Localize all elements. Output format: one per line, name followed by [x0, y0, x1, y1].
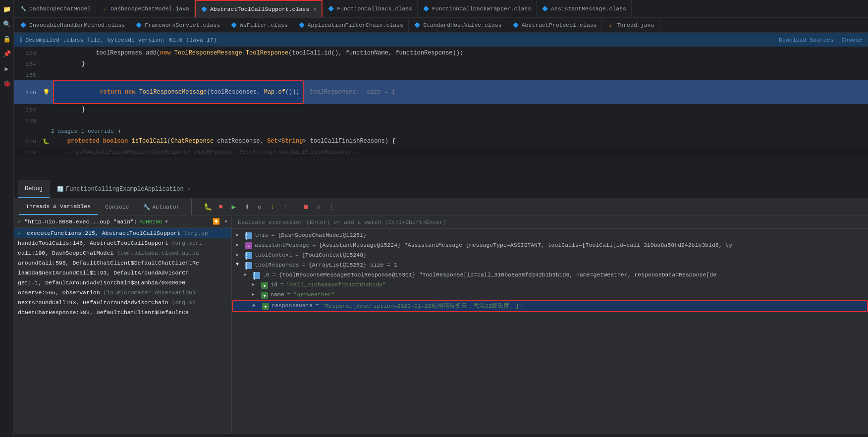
stack-list: ✓ executeFunctions:215, AbstractToolCall… [14, 228, 231, 434]
download-sources-link[interactable]: Download Sources [779, 37, 833, 43]
var-icon-tool-responses: { } [245, 262, 253, 270]
expand-assistant-message[interactable]: ▶ [236, 242, 243, 248]
toolbar-stop-btn[interactable]: ■ [216, 202, 226, 213]
code-line-160: 160 ...isToolCallFinishReason(ChatRespon… [14, 147, 868, 158]
tab-dashscope-java[interactable]: ☕ DashScopeChatModel.java [96, 0, 195, 17]
var-icon-tool-context: { } [245, 252, 253, 260]
var-item-response-data[interactable]: ▶ ◆ responseData = "Response[description… [232, 300, 868, 312]
tab-bar-row1: 🔧 DashScopeChatModel ☕ DashScopeChatMode… [14, 0, 868, 18]
sidebar-run-icon[interactable]: ▶ [1, 63, 12, 74]
info-right: Download Sources Choose [779, 37, 862, 43]
thread-status: RUNNING [139, 219, 162, 225]
sidebar-structure-icon[interactable]: 🔍 [1, 19, 12, 30]
tab-abstract-tool-class[interactable]: 🔷 AbstractToolCallSupport.class ✕ [195, 0, 323, 17]
tab-icon-inv: 🔷 [20, 22, 27, 29]
tab-thread[interactable]: ☕ Thread.java [602, 18, 659, 32]
toolbar-pause-btn[interactable]: ⏸ [241, 202, 252, 213]
debug-tab-close[interactable]: ✕ [188, 186, 191, 192]
var-item-tool-responses[interactable]: ▼ { } toolResponses = {ArrayList@15252} … [232, 261, 868, 271]
usages-arrow: ⬇ [118, 128, 121, 135]
toolbar-play-btn[interactable]: ▶ [228, 202, 239, 213]
thread-name: "http-nio-8080-exec...oup "main": [24, 218, 137, 225]
var-icon-id: ◆ [261, 281, 269, 289]
var-item-name[interactable]: ▶ ◆ name = "getWeather" [232, 290, 868, 300]
tab-function-callback-wrapper[interactable]: 🔷 FunctionCallbackWrapper.class [418, 0, 537, 17]
var-name-this: this [255, 232, 269, 238]
stack-item-6[interactable]: observe:565, Observation (io.micrometer.… [14, 288, 231, 298]
stack-item-0[interactable]: ✓ executeFunctions:215, AbstractToolCall… [14, 228, 231, 238]
line-num-158: 158 [14, 117, 41, 124]
tab-function-callback[interactable]: 🔷 FunctionCallback.class [323, 0, 418, 17]
code-editor: 153 toolResponses.add(new ToolResponseMe… [14, 47, 868, 180]
thread-selector[interactable]: "http-nio-8080-exec...oup "main": RUNNIN… [24, 218, 167, 225]
line-content-158 [51, 117, 868, 124]
var-item-tool-context[interactable]: ▶ { } toolContext = {ToolContext@15248} [232, 251, 868, 261]
expand-tool-responses[interactable]: ▼ [236, 262, 243, 267]
tab-close-button[interactable]: ✕ [314, 6, 317, 12]
var-item-id[interactable]: ▶ ◆ id = "call_310ba8a58fd242b1b3b1d6" [232, 280, 868, 290]
tab-assistant-message[interactable]: 🔷 AssistantMessage.class [537, 0, 632, 17]
variables-panel: Evaluate expression (Enter) or add a wat… [232, 216, 868, 434]
eval-bar[interactable]: Evaluate expression (Enter) or add a wat… [232, 216, 868, 229]
tab-icon-am: 🔷 [542, 5, 548, 12]
expand-0[interactable]: ▶ [244, 272, 251, 277]
line-num-156: 156 [14, 89, 41, 96]
toolbar-resume-btn[interactable]: ↻ [254, 202, 265, 213]
tab-abstractprotocol[interactable]: 🔷 AbstractProtocol.class [507, 18, 602, 32]
var-item-0[interactable]: ▶ { } .0 = {ToolResponseMessage$ToolResp… [232, 271, 868, 280]
sidebar-lock-icon[interactable]: 🔒 [1, 34, 12, 45]
choose-link[interactable]: Choose [842, 37, 862, 43]
debug-subtab-console[interactable]: Console [98, 199, 136, 215]
tab-dashscope-chat-model[interactable]: 🔧 DashScopeChatModel [15, 0, 96, 17]
stack-item-2[interactable]: call:190, DashScopeChatModel (com.alibab… [14, 248, 231, 258]
debug-tab-debug[interactable]: Debug [18, 180, 50, 198]
debug-subtab-actuator[interactable]: 🔧 Actuator [136, 199, 187, 215]
toolbar-more-btn[interactable]: ⋮ [326, 202, 337, 213]
code-line-156: 156 💡 return new ToolResponseMessage(too… [14, 80, 868, 104]
sidebar-bookmark-icon[interactable]: 📌 [1, 49, 12, 59]
expand-name[interactable]: ▶ [252, 291, 259, 297]
sidebar-debug-icon[interactable]: 🐞 [1, 78, 12, 89]
expand-id[interactable]: ▶ [252, 281, 259, 287]
expand-this[interactable]: ▶ [236, 232, 243, 238]
toolbar-bug-btn[interactable]: 🐛 [203, 202, 214, 213]
var-icon-0: { } [253, 272, 261, 279]
stack-item-5[interactable]: get:-1, DefaultAroundAdvisorChain$$Lambd… [14, 278, 231, 288]
var-val-name: "getWeather" [294, 291, 864, 298]
line-content-160: ...isToolCallFinishReason(ChatResponse c… [51, 149, 868, 155]
tab-icon-fcw: 🔷 [423, 5, 430, 12]
stack-item-3[interactable]: aroundCall:598, DefaultChatClient$Defaul… [14, 258, 231, 268]
toolbar-step-into-btn[interactable]: ↑ [280, 202, 291, 213]
stack-item-1[interactable]: handleToolCalls:146, AbstractToolCallSup… [14, 238, 231, 248]
thread-check-icon: ✓ [18, 218, 21, 225]
usages-overrides: 1 override [81, 128, 114, 134]
var-val-tool-context: {ToolContext@15248} [302, 252, 864, 258]
expand-response-data[interactable]: ▶ [253, 302, 260, 308]
toolbar-step-over-btn[interactable]: ↓ [267, 202, 278, 213]
lightbulb-icon[interactable]: 💡 [43, 89, 50, 96]
tab-appfilter[interactable]: 🔷 ApplicationFilterChain.class [293, 18, 409, 32]
stack-item-4[interactable]: lambda$nextAroundCall$1:93, DefaultAroun… [14, 268, 231, 278]
tab-standardhost[interactable]: 🔷 StandardHostValve.class [409, 18, 507, 32]
tab-icon-sh: 🔷 [414, 22, 421, 29]
tab-wsfilter[interactable]: 🔷 WsFilter.class [225, 18, 293, 32]
var-icon-response-data: ◆ [262, 302, 270, 310]
sidebar-project-icon[interactable]: 📁 [1, 4, 12, 15]
left-sidebar: 📁 🔍 🔒 📌 ▶ 🐞 [0, 0, 14, 437]
tab-icon-dashscope: 🔧 [20, 5, 27, 12]
stack-item-8[interactable]: doGetChatResponse:389, DefaultChatClient… [14, 308, 231, 318]
line-num-154: 154 [14, 61, 41, 67]
filter-button[interactable]: 🔽 [213, 218, 220, 225]
var-item-this[interactable]: ▶ { } this = {DashScopeChatModel@12251} [232, 231, 868, 241]
stack-item-7[interactable]: nextAroundCall:93, DefaultAroundAdvisorC… [14, 298, 231, 308]
code-line-154: 154 } [14, 58, 868, 69]
var-item-assistant-message[interactable]: ▶ ≡ assistantMessage = {AssistantMessage… [232, 241, 868, 251]
debug-tab-function-calling[interactable]: 🔄 FunctionCallingExampleApplication ✕ [50, 180, 198, 198]
tab-framework[interactable]: 🔷 FrameworkServlet.class [130, 18, 225, 32]
tab-invocable[interactable]: 🔷 InvocableHandlerMethod.class [15, 18, 130, 32]
toolbar-record-btn[interactable]: ⏺ [300, 202, 311, 213]
toolbar-circle-btn[interactable]: ○ [313, 202, 324, 213]
line-content-155 [51, 71, 868, 78]
debug-subtab-threads[interactable]: Threads & Variables [19, 199, 98, 215]
expand-tool-context[interactable]: ▶ [236, 252, 243, 258]
